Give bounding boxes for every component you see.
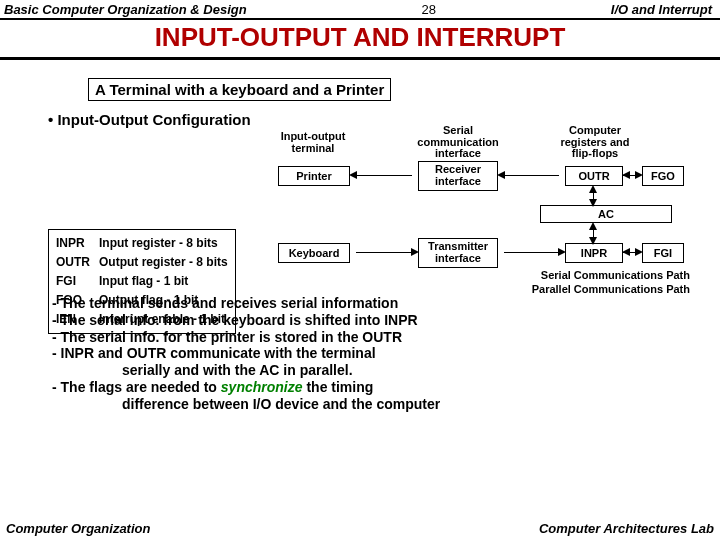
reg-name: INPR: [55, 235, 96, 252]
slide-footer: Computer Organization Computer Architect…: [0, 521, 720, 536]
arrow-ac-inpr-up: [589, 222, 597, 230]
arrow-outr-ac-up: [589, 185, 597, 193]
reg-desc: Output register - 8 bits: [98, 254, 229, 271]
arrow-recv: [497, 171, 505, 179]
reg-name: IEN: [55, 311, 96, 328]
register-table: INPRInput register - 8 bits OUTROutput r…: [48, 229, 236, 334]
line-recv-outr: [504, 175, 559, 176]
note-text: - The flags are needed to: [52, 379, 221, 395]
slide-header: Basic Computer Organization & Design 28 …: [0, 0, 720, 17]
reg-desc: Output flag - 1 bit: [98, 292, 229, 309]
comm-paths: Serial Communications Path Parallel Comm…: [500, 269, 690, 297]
reg-name: OUTR: [55, 254, 96, 271]
note-line: - The flags are needed to synchronize th…: [52, 379, 720, 396]
subtitle-box: A Terminal with a keyboard and a Printer: [88, 78, 391, 101]
reg-name: FGI: [55, 273, 96, 290]
arrow-ac-inpr-down: [589, 237, 597, 245]
line-printer-recv: [356, 175, 412, 176]
box-transmitter-if: Transmitterinterface: [418, 238, 498, 268]
title-rule: [0, 57, 720, 60]
arrow-tx: [411, 248, 419, 256]
box-outr: OUTR: [565, 166, 623, 186]
io-diagram: Input-outputterminal Serialcommunication…: [10, 131, 710, 281]
note-line: - INPR and OUTR communicate with the ter…: [52, 345, 720, 362]
box-printer: Printer: [278, 166, 350, 186]
reg-desc: Input flag - 1 bit: [98, 273, 229, 290]
arrow-inpr: [558, 248, 566, 256]
reg-desc: Input register - 8 bits: [98, 235, 229, 252]
note-line: serially and with the AC in parallel.: [122, 362, 720, 379]
footer-right: Computer Architectures Lab: [539, 521, 714, 536]
parallel-path-label: Parallel Communications Path: [500, 283, 690, 297]
arrow-printer: [349, 171, 357, 179]
box-receiver-if: Receiverinterface: [418, 161, 498, 191]
arrow-outr-left: [622, 171, 630, 179]
reg-desc: Interrupt enable - 1 bit: [98, 311, 229, 328]
reg-name: FGO: [55, 292, 96, 309]
footer-left: Computer Organization: [6, 521, 150, 536]
arrow-fgi: [635, 248, 643, 256]
arrow-fgo: [635, 171, 643, 179]
slide-number: 28: [422, 2, 436, 17]
box-keyboard: Keyboard: [278, 243, 350, 263]
serial-path-label: Serial Communications Path: [500, 269, 690, 283]
note-line: difference between I/O device and the co…: [122, 396, 720, 413]
header-left: Basic Computer Organization & Design: [4, 2, 247, 17]
line-kb-tx: [356, 252, 412, 253]
line-tx-inpr: [504, 252, 559, 253]
label-serial-if: Serialcommunicationinterface: [408, 125, 508, 160]
header-right: I/O and Interrupt: [611, 2, 712, 17]
box-fgi: FGI: [642, 243, 684, 263]
arrow-outr-ac-down: [589, 199, 597, 207]
note-emphasis: synchronize: [221, 379, 303, 395]
label-io-terminal: Input-outputterminal: [268, 131, 358, 154]
box-ac: AC: [540, 205, 672, 223]
box-inpr: INPR: [565, 243, 623, 263]
slide-title: INPUT-OUTPUT AND INTERRUPT: [0, 20, 720, 57]
note-text: the timing: [303, 379, 374, 395]
box-fgo: FGO: [642, 166, 684, 186]
arrow-inpr-left: [622, 248, 630, 256]
label-regs: Computerregisters andflip-flops: [550, 125, 640, 160]
